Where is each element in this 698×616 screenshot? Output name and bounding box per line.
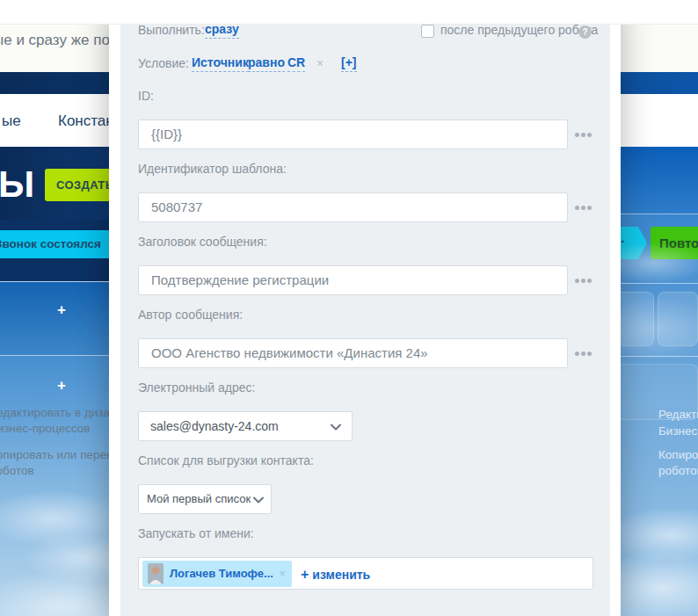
help-icon[interactable]: ?	[578, 25, 592, 39]
top-white-band	[0, 0, 698, 25]
email-label: Электронный адрес:	[138, 380, 255, 395]
template-id-input-value: 5080737	[139, 193, 567, 221]
condition-remove-icon[interactable]: ×	[316, 56, 324, 70]
user-chip-remove-icon[interactable]: ×	[279, 561, 286, 587]
id-input-value: {{ID}}	[139, 120, 567, 149]
contact-list-select[interactable]: Мой первый список	[138, 484, 272, 514]
message-author-input-value: ООО Агенство недвижимости «Династия 24»	[139, 339, 567, 367]
id-input[interactable]: {{ID}}	[138, 120, 568, 149]
condition-label: Условие:	[138, 56, 189, 70]
plus-icon: +	[301, 567, 309, 582]
condition-operator-link[interactable]: равно	[248, 55, 285, 72]
message-author-label: Автор сообщения:	[138, 308, 243, 322]
after-previous-robot-checkbox[interactable]	[421, 25, 434, 38]
user-chip[interactable]: Логачев Тимофе... ×	[142, 561, 292, 587]
user-chip-name: Логачев Тимофе...	[170, 561, 273, 587]
message-author-input[interactable]: ООО Агенство недвижимости «Династия 24»	[138, 338, 568, 368]
run-as-box[interactable]: Логачев Тимофе... × +изменить	[138, 557, 593, 590]
run-as-label: Запускать от имени:	[138, 526, 254, 540]
email-select[interactable]: sales@dynasty-24.com	[138, 411, 353, 441]
change-user-link[interactable]: +изменить	[301, 558, 370, 591]
chevron-down-icon	[331, 424, 341, 431]
template-id-input[interactable]: 5080737	[138, 192, 568, 222]
user-avatar	[148, 563, 164, 584]
message-title-insert-value-icon[interactable]	[575, 279, 579, 283]
condition-field-link[interactable]: Источник	[192, 55, 249, 72]
id-label: ID:	[138, 89, 154, 103]
message-title-label: Заголовок сообщения:	[138, 235, 267, 249]
id-insert-value-icon[interactable]	[575, 133, 579, 137]
message-author-insert-value-icon[interactable]	[575, 351, 579, 356]
contact-list-select-value: Мой первый список	[139, 485, 271, 513]
contact-list-label: Список для выгрузки контакта:	[138, 453, 314, 467]
message-title-input-value: Подтверждение регистрации	[139, 266, 567, 294]
email-select-value: sales@dynasty-24.com	[139, 412, 352, 440]
change-user-label: изменить	[312, 568, 370, 582]
execute-label: Выполнить:	[138, 23, 205, 37]
robot-settings-form: Выполнить: сразу после предыдущего робот…	[0, 0, 698, 616]
condition-value-link[interactable]: CR	[287, 55, 305, 72]
message-title-input[interactable]: Подтверждение регистрации	[138, 265, 568, 295]
template-id-insert-value-icon[interactable]	[575, 206, 579, 210]
condition-add-link[interactable]: [+]	[341, 55, 357, 72]
after-previous-robot-label: после предыдущего робота	[440, 23, 598, 37]
chevron-down-icon	[253, 496, 264, 504]
template-id-label: Идентификатор шаблона:	[138, 162, 287, 176]
